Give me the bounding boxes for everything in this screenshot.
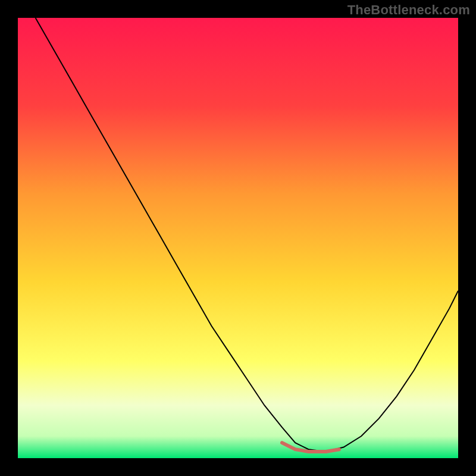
chart-frame: TheBottleneck.com	[0, 0, 476, 476]
watermark-text: TheBottleneck.com	[347, 2, 470, 18]
gradient-background	[18, 18, 458, 458]
chart-svg	[18, 18, 458, 458]
plot-area	[18, 18, 458, 458]
